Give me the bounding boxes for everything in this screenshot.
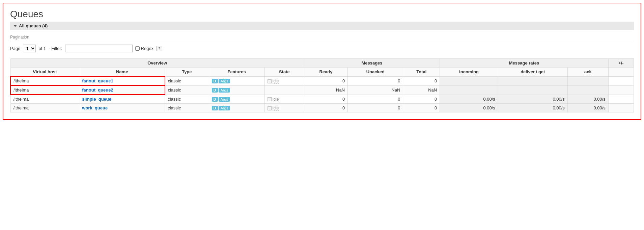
cell-features: DArgs xyxy=(209,85,264,95)
section-header-row: Overview Messages Message rates +/- xyxy=(10,59,634,68)
regex-text: Regex xyxy=(141,46,154,51)
badge-args[interactable]: Args xyxy=(219,79,230,83)
col-extra xyxy=(608,68,634,77)
table-row[interactable]: /itheimafanout_queue1classicDArgsidle000 xyxy=(10,76,634,85)
plus-minus-button[interactable]: +/- xyxy=(608,59,634,68)
badge-d: D xyxy=(212,97,218,102)
cell-features: DArgs xyxy=(209,76,264,85)
cell-extra xyxy=(608,104,634,112)
cell-name[interactable]: fanout_queue1 xyxy=(79,76,165,85)
table-row[interactable]: /itheimawork_queueclassicDArgsidle0000.0… xyxy=(10,104,634,112)
cell-unacked: 0 xyxy=(348,95,403,104)
cell-name[interactable]: fanout_queue2 xyxy=(79,85,165,95)
cell-deliver-get: 0.00/s xyxy=(498,104,567,112)
cell-features: DArgs xyxy=(209,95,264,104)
badge-d: D xyxy=(212,106,218,110)
help-button[interactable]: ? xyxy=(156,46,162,51)
regex-label: Regex xyxy=(135,46,154,51)
cell-incoming: 0.00/s xyxy=(440,104,498,112)
cell-total: NaN xyxy=(403,85,440,95)
cell-deliver-get xyxy=(498,76,567,85)
cell-virtual-host: /itheima xyxy=(10,85,79,95)
col-features: Features xyxy=(209,68,264,77)
col-deliver-get: deliver / get xyxy=(498,68,567,77)
cell-type: classic xyxy=(165,85,209,95)
cell-state: idle xyxy=(264,104,304,112)
cell-name[interactable]: work_queue xyxy=(79,104,165,112)
cell-virtual-host: /itheima xyxy=(10,104,79,112)
state-check-icon xyxy=(268,106,272,110)
badge-d: D xyxy=(212,88,218,93)
col-incoming: incoming xyxy=(440,68,498,77)
cell-virtual-host: /itheima xyxy=(10,76,79,85)
col-name: Name xyxy=(79,68,165,77)
cell-ack: 0.00/s xyxy=(567,95,608,104)
all-queues-header[interactable]: All queues (4) xyxy=(10,22,634,30)
queues-table: Overview Messages Message rates +/- Virt… xyxy=(10,58,634,112)
table-row[interactable]: /itheimafanout_queue2classicDArgsNaNNaNN… xyxy=(10,85,634,95)
cell-ready: 0 xyxy=(304,95,347,104)
cell-extra xyxy=(608,76,634,85)
main-container: Queues All queues (4) Pagination Page 1 … xyxy=(3,3,641,120)
cell-state: idle xyxy=(264,95,304,104)
cell-deliver-get: 0.00/s xyxy=(498,95,567,104)
state-check-icon xyxy=(268,79,272,83)
overview-section-header: Overview xyxy=(10,59,304,68)
column-header-row: Virtual host Name Type Features State Re… xyxy=(10,68,634,77)
cell-incoming xyxy=(440,76,498,85)
col-ack: ack xyxy=(567,68,608,77)
cell-unacked: 0 xyxy=(348,104,403,112)
message-rates-section-header: Message rates xyxy=(440,59,609,68)
cell-type: classic xyxy=(165,76,209,85)
badge-args[interactable]: Args xyxy=(219,106,230,110)
all-queues-label: All queues (4) xyxy=(19,23,48,28)
cell-virtual-host: /itheima xyxy=(10,95,79,104)
filter-input[interactable] xyxy=(65,45,133,52)
cell-incoming: 0.00/s xyxy=(440,95,498,104)
cell-type: classic xyxy=(165,104,209,112)
cell-ready: 0 xyxy=(304,104,347,112)
pagination-row: Page 1 of 1 - Filter: Regex ? xyxy=(10,45,634,52)
cell-unacked: 0 xyxy=(348,76,403,85)
regex-checkbox[interactable] xyxy=(135,46,140,51)
cell-name[interactable]: simple_queue xyxy=(79,95,165,104)
cell-type: classic xyxy=(165,95,209,104)
filter-label: - Filter: xyxy=(49,46,62,51)
cell-state xyxy=(264,85,304,95)
cell-ack: 0.00/s xyxy=(567,104,608,112)
cell-deliver-get xyxy=(498,85,567,95)
pagination-label: Pagination xyxy=(10,35,634,41)
col-virtual-host: Virtual host xyxy=(10,68,79,77)
cell-incoming xyxy=(440,85,498,95)
state-check-icon xyxy=(268,97,272,101)
cell-unacked: NaN xyxy=(348,85,403,95)
col-state: State xyxy=(264,68,304,77)
page-label: Page xyxy=(10,46,20,51)
page-select[interactable]: 1 xyxy=(23,45,36,52)
messages-section-header: Messages xyxy=(304,59,440,68)
col-ready: Ready xyxy=(304,68,347,77)
of-label: of 1 xyxy=(38,46,46,51)
cell-extra xyxy=(608,95,634,104)
table-row[interactable]: /itheimasimple_queueclassicDArgsidle0000… xyxy=(10,95,634,104)
badge-args[interactable]: Args xyxy=(219,88,230,93)
state-text: idle xyxy=(273,106,279,111)
cell-ready: 0 xyxy=(304,76,347,85)
cell-ack xyxy=(567,85,608,95)
cell-total: 0 xyxy=(403,76,440,85)
cell-extra xyxy=(608,85,634,95)
cell-features: DArgs xyxy=(209,104,264,112)
cell-ready: NaN xyxy=(304,85,347,95)
state-text: idle xyxy=(273,97,279,102)
cell-total: 0 xyxy=(403,104,440,112)
cell-total: 0 xyxy=(403,95,440,104)
state-text: idle xyxy=(273,79,279,84)
cell-ack xyxy=(567,76,608,85)
page-title: Queues xyxy=(10,9,634,20)
badge-d: D xyxy=(212,79,218,83)
col-unacked: Unacked xyxy=(348,68,403,77)
col-type: Type xyxy=(165,68,209,77)
cell-state: idle xyxy=(264,76,304,85)
badge-args[interactable]: Args xyxy=(219,97,230,102)
col-total: Total xyxy=(403,68,440,77)
